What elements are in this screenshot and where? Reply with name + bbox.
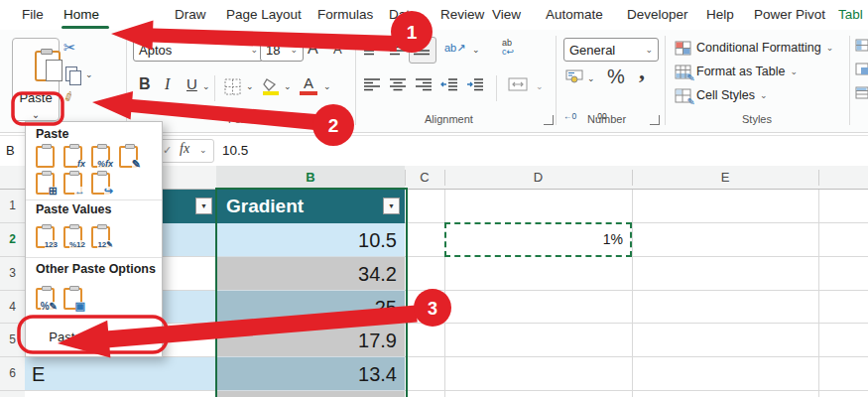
cell-b2[interactable]: 10.5 [216,223,405,257]
cell-a6[interactable]: E [25,357,216,391]
orientation-icon[interactable]: ab↗ [444,42,465,55]
font-dialog-launcher-icon[interactable] [341,115,351,125]
font-size-combobox[interactable]: 18 ⌄ [260,38,304,62]
italic-button[interactable]: I [165,75,170,93]
copy-icon[interactable] [65,66,77,81]
format-cells-icon[interactable] [855,86,868,99]
cell-a7[interactable]: F [25,391,216,397]
paste-split-button[interactable]: Paste ⌄ [12,38,60,121]
paste-picture-icon[interactable]: ▣ [62,285,85,311]
tab-review[interactable]: Review [440,7,484,22]
borders-dropdown-arrow[interactable]: ⌄ [246,82,254,91]
keep-source-formatting-icon[interactable]: ✎ [117,143,141,169]
align-center-icon[interactable] [389,77,407,92]
decrease-indent-icon[interactable] [440,77,458,92]
tab-file[interactable]: File [22,7,44,22]
accounting-format-icon[interactable] [565,69,583,83]
tab-view[interactable]: View [492,7,521,22]
tab-developer[interactable]: Developer [627,7,688,22]
cell-b5[interactable]: 17.9 [216,324,405,357]
paste-formulas-icon[interactable]: fx [62,143,85,169]
borders-icon[interactable] [224,78,241,95]
underline-dropdown-arrow[interactable]: ⌄ [202,82,210,91]
align-bottom-icon[interactable] [413,42,431,57]
font-color-icon[interactable]: A [304,74,313,91]
tab-formulas[interactable]: Formulas [317,7,373,22]
align-left-icon[interactable] [363,77,381,92]
values-source-formatting-icon[interactable]: 12✎ [89,223,113,249]
cell-styles-button[interactable]: ✎ Cell Styles ⌄ [675,85,768,105]
values-number-formatting-icon[interactable]: %12 [62,223,85,249]
comma-style-button[interactable]: , [639,58,645,84]
keep-source-column-widths-icon[interactable]: ↔ [62,170,85,196]
chevron-down-icon[interactable]: ⌄ [645,46,653,55]
enter-check-icon[interactable]: ✓ [163,144,172,157]
paste-formulas-number-formatting-icon[interactable]: %fx [89,143,113,169]
column-header-f[interactable] [818,166,868,190]
chevron-down-icon[interactable]: ⌄ [250,46,258,55]
formula-bar-value[interactable]: 10.5 [222,143,248,158]
row-header-3[interactable]: 3 [0,257,26,291]
conditional-formatting-button[interactable]: Conditional Formatting ⌄ [675,38,833,58]
paste-values-icon[interactable]: 123 [34,223,58,249]
merge-dropdown-arrow[interactable]: ⌄ [536,82,544,91]
table-header-cell-b1[interactable]: Gradient [216,190,405,223]
accounting-dropdown-arrow[interactable]: ⌄ [587,74,595,83]
row-header-6[interactable]: 6 [0,357,26,391]
format-as-table-button[interactable]: ✎ Format as Table ⌄ [675,62,798,81]
row-header-7[interactable]: 7 [0,391,26,397]
paste-dropdown-arrow[interactable]: ⌄ [13,109,59,120]
tab-automate[interactable]: Automate [546,7,603,22]
tab-power-pivot[interactable]: Power Pivot [754,7,825,22]
cell-b6[interactable]: 13.4 [216,357,405,391]
transpose-icon[interactable]: ↪ [89,170,113,196]
fx-dropdown-arrow[interactable]: ⌄ [199,146,207,155]
format-painter-icon[interactable]: ✐ [61,87,76,105]
align-right-icon[interactable] [415,77,433,92]
column-header-d[interactable]: D [444,166,632,190]
chevron-down-icon[interactable]: ⌄ [290,46,298,55]
column-header-e[interactable]: E [632,166,818,190]
delete-cells-icon[interactable] [855,63,868,75]
tab-data[interactable]: Data [389,7,418,22]
align-top-icon[interactable] [363,42,381,57]
cut-icon[interactable]: ✂ [63,39,76,57]
name-box[interactable]: B [6,143,15,158]
filter-button[interactable]: ▼ [383,198,400,214]
column-header-c[interactable]: C [405,166,444,190]
alignment-dialog-launcher-icon[interactable] [544,115,554,125]
row-header-1[interactable]: 1 [0,190,26,223]
paste-formatting-icon[interactable]: %✎ [34,285,58,311]
tab-page-layout[interactable]: Page Layout [226,7,302,22]
paste-special-menu-item[interactable]: Paste Special... [30,324,158,351]
align-middle-icon[interactable] [389,42,407,57]
no-borders-icon[interactable]: ⊞ [34,170,58,196]
bold-button[interactable]: B [139,75,151,93]
tab-table-design[interactable]: Tabl [838,7,863,22]
cell-d2-copied[interactable]: 1% [444,222,632,257]
orientation-dropdown-arrow[interactable]: ⌄ [472,46,480,55]
column-header-b[interactable]: B [216,166,405,190]
fill-color-dropdown-arrow[interactable]: ⌄ [284,82,292,91]
percent-style-button[interactable]: % [607,66,625,88]
cell-b4[interactable]: 25 [216,291,405,324]
row-header-4[interactable]: 4 [0,291,26,324]
underline-button[interactable]: U [186,75,197,92]
tab-help[interactable]: Help [706,7,734,22]
row-header-2[interactable]: 2 [0,223,26,257]
insert-cells-icon[interactable] [855,39,868,52]
increase-indent-icon[interactable] [466,77,484,92]
insert-function-icon[interactable]: fx [180,141,189,157]
increase-font-size-icon[interactable]: A [308,40,318,58]
select-all-corner[interactable] [0,166,26,190]
cell-b3[interactable]: 34.2 [216,257,405,291]
fill-color-icon[interactable] [262,77,280,95]
number-dialog-launcher-icon[interactable] [650,115,660,125]
decrease-font-size-icon[interactable]: A [333,42,342,57]
wrap-text-icon[interactable]: ab c↩ [502,39,514,57]
row-header-5[interactable]: 5 [0,324,26,357]
paste-icon[interactable] [34,143,58,169]
cell-b7[interactable]: 25.1 [216,391,405,397]
tab-draw[interactable]: Draw [175,7,206,22]
merge-center-icon[interactable] [508,77,528,91]
